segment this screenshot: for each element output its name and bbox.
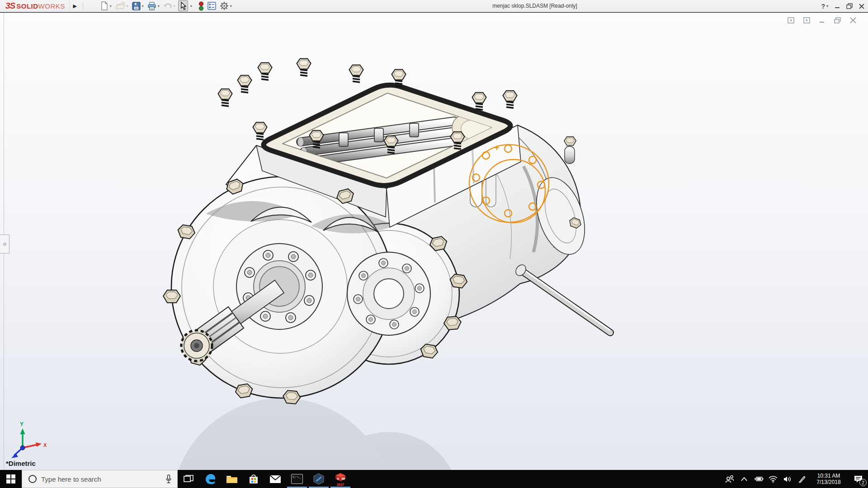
- dropdown-caret[interactable]: ▾: [174, 4, 175, 8]
- speaker-icon: [783, 476, 792, 483]
- file-explorer-button[interactable]: [221, 470, 243, 488]
- file-explorer-icon: [226, 474, 238, 484]
- task-view-button[interactable]: [178, 470, 199, 488]
- brand-3s: 3S: [5, 1, 15, 11]
- restore-button[interactable]: [846, 3, 853, 9]
- rebuild-button[interactable]: [198, 0, 205, 11]
- clock[interactable]: 10:31 AM 7/13/2018: [809, 473, 848, 485]
- store-icon: [248, 474, 259, 484]
- system-tray: 10:31 AM 7/13/2018 2: [722, 470, 868, 488]
- graphics-viewport[interactable]: Y X *Dimetric: [0, 13, 868, 470]
- open-folder-icon: [115, 2, 125, 10]
- pen-icon: [798, 475, 806, 483]
- select-tool-button[interactable]: [178, 0, 188, 11]
- svg-text:S: S: [337, 477, 340, 481]
- solidworks-2017-icon: S W 2017: [335, 473, 346, 486]
- battery-icon: [754, 476, 764, 482]
- dropdown-caret[interactable]: ▾: [110, 4, 112, 8]
- help-button[interactable]: ?▾: [821, 3, 828, 10]
- taskbar-search-input[interactable]: Type here to search: [22, 470, 178, 488]
- app-titlebar: 3S SOLID WORKS ▶ ▾ ▾ ▾: [0, 0, 868, 12]
- microphone-icon[interactable]: [165, 474, 172, 483]
- solidworks-logo: 3S SOLID WORKS: [0, 0, 70, 12]
- undo-arrow-icon: [163, 2, 172, 10]
- toolbar-separator: [83, 1, 83, 10]
- action-center-button[interactable]: 2: [848, 470, 868, 488]
- people-icon: [725, 475, 734, 483]
- output-flange[interactable]: [347, 252, 430, 335]
- windows-logo-icon: [6, 474, 15, 483]
- svg-text:W: W: [342, 477, 345, 481]
- mail-icon: [269, 475, 281, 483]
- people-button[interactable]: [722, 470, 737, 488]
- new-document-button[interactable]: ▾: [99, 0, 113, 11]
- store-button[interactable]: [243, 470, 264, 488]
- brand-works: WORKS: [38, 2, 65, 10]
- command-prompt-icon: C:\_: [291, 474, 303, 484]
- volume-button[interactable]: [780, 470, 795, 488]
- pen-button[interactable]: [795, 470, 809, 488]
- command-prompt-button[interactable]: C:\_: [286, 470, 308, 488]
- solidworks-app-button[interactable]: S W 2017: [330, 470, 351, 488]
- clock-time: 10:31 AM: [809, 473, 848, 479]
- save-button[interactable]: ▾: [131, 0, 145, 11]
- edge-browser-button[interactable]: [199, 470, 221, 488]
- new-document-icon: [100, 1, 108, 10]
- printer-icon: [147, 2, 156, 10]
- options-button[interactable]: ▾: [219, 0, 233, 11]
- triad-y-label: Y: [20, 421, 24, 427]
- gearbox-3d-model[interactable]: Y X: [0, 13, 868, 470]
- document-title: menjac sklop.SLDASM [Read-only]: [492, 0, 577, 12]
- edge-icon: [204, 473, 216, 485]
- wifi-icon: [769, 476, 778, 483]
- wifi-button[interactable]: [766, 470, 780, 488]
- print-button[interactable]: ▾: [146, 0, 160, 11]
- task-view-icon: [184, 475, 193, 483]
- minimize-button[interactable]: [835, 4, 840, 9]
- dropdown-caret[interactable]: ▾: [142, 4, 144, 8]
- reference-triad: Y X: [11, 421, 47, 458]
- mail-button[interactable]: [264, 470, 286, 488]
- open-document-button[interactable]: ▾: [114, 0, 129, 11]
- hexagon-app-icon: [313, 473, 325, 485]
- brand-solid: SOLID: [16, 2, 38, 10]
- menu-expand-arrow[interactable]: ▶: [70, 3, 80, 9]
- chevron-up-icon: [741, 477, 747, 481]
- close-button[interactable]: [859, 4, 864, 9]
- clock-date: 7/13/2018: [809, 479, 848, 485]
- save-floppy-icon: [132, 2, 141, 10]
- start-button[interactable]: [0, 470, 22, 488]
- dropdown-caret[interactable]: ▾: [190, 4, 192, 8]
- search-placeholder: Type here to search: [41, 475, 165, 483]
- tray-overflow-button[interactable]: [737, 470, 751, 488]
- battery-button[interactable]: [751, 470, 766, 488]
- file-properties-button[interactable]: [207, 0, 217, 11]
- dropdown-caret[interactable]: ▾: [127, 4, 128, 8]
- properties-list-icon: [208, 2, 216, 10]
- dropdown-caret[interactable]: ▾: [158, 4, 160, 8]
- hexagon-app-button[interactable]: [308, 470, 330, 488]
- traffic-light-icon: [198, 1, 204, 11]
- cortana-icon: [28, 475, 37, 483]
- options-gear-icon: [220, 1, 229, 10]
- select-cursor-icon: [179, 2, 187, 10]
- view-orientation-label: *Dimetric: [6, 460, 36, 467]
- notification-badge: 2: [859, 479, 867, 486]
- model-reflection: [171, 398, 581, 470]
- triad-x-label: X: [43, 442, 47, 448]
- windows-taskbar: Type here to search: [0, 470, 868, 488]
- output-shaft-rod[interactable]: [514, 263, 610, 333]
- dropdown-caret[interactable]: ▾: [230, 4, 232, 8]
- undo-button[interactable]: ▾: [162, 0, 176, 11]
